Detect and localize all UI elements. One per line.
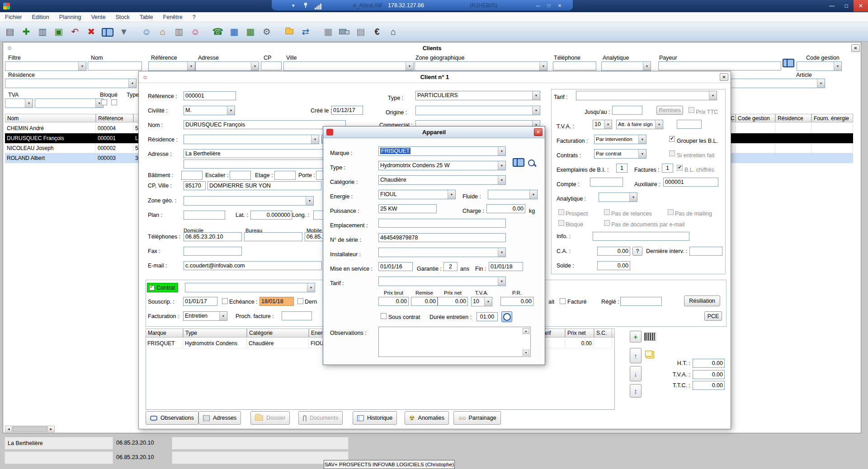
resiliation-button[interactable]: Résiliation	[684, 295, 720, 306]
contrats-select[interactable]: Par contrat	[594, 149, 646, 159]
charge-input[interactable]: 0.00	[486, 204, 525, 213]
adresse-input-2[interactable]	[184, 159, 346, 169]
echeance-checkbox[interactable]	[297, 298, 303, 304]
souscrip-checkbox[interactable]	[222, 298, 228, 304]
civilite-select[interactable]: M.	[184, 106, 235, 115]
mise-service-input[interactable]: 01/01/16	[378, 262, 413, 271]
factures-input[interactable]: 1	[662, 164, 673, 173]
appl-cell-marque[interactable]: FRISQUET	[146, 338, 183, 348]
undo-icon[interactable]: ↶	[67, 24, 83, 39]
bl-chiffres-checkbox[interactable]	[677, 165, 683, 171]
ville-input[interactable]: DOMPIERRE SUR YON	[208, 181, 321, 190]
menu-planning[interactable]: Planning	[54, 14, 86, 20]
att-sign-select[interactable]: Att. à faire sign	[616, 120, 663, 129]
derniere-interv-input[interactable]	[689, 247, 722, 256]
chevron-down-icon[interactable]	[292, 2, 295, 9]
filter-zone-select[interactable]	[415, 61, 547, 71]
tva-rate-select[interactable]: 10	[471, 297, 492, 306]
pce-button[interactable]: PCE	[704, 311, 722, 321]
cell-nom[interactable]: DURUSQUEC François	[5, 133, 96, 143]
col-header-residence[interactable]: Résidence	[775, 114, 811, 122]
copy-icon[interactable]	[645, 351, 652, 356]
residence-select[interactable]	[184, 135, 319, 144]
maximize-button[interactable]: □	[839, 0, 854, 12]
scroll-left-icon[interactable]	[5, 426, 12, 432]
appl-col-categorie[interactable]: Catégorie	[247, 328, 309, 338]
duree-input[interactable]: 01:00	[476, 312, 498, 321]
remises-button[interactable]: Remises	[656, 106, 683, 115]
energie-select[interactable]: FIOUL	[378, 190, 456, 199]
menu-edition[interactable]: Edition	[27, 14, 54, 20]
prix-net-input[interactable]: 0.00	[438, 297, 468, 306]
auxiliaire-input[interactable]: 000001	[663, 178, 718, 187]
table-icon[interactable]: ▦	[242, 24, 259, 39]
type-magnifier-icon[interactable]	[528, 159, 537, 168]
menu-fenetre[interactable]: Fenêtre	[158, 14, 188, 20]
save-icon[interactable]: ▣	[51, 24, 67, 39]
col-header-code-gestion[interactable]: Code gestion	[736, 114, 775, 122]
clients-horizontal-scrollbar[interactable]	[5, 426, 55, 432]
filter-adresse-select[interactable]	[195, 61, 259, 71]
person-icon[interactable]: ☺	[187, 24, 203, 39]
type-select[interactable]: PARTICULIERS	[415, 91, 540, 100]
categorie-select[interactable]: Chaudière	[378, 175, 506, 185]
preview-icon[interactable]: ▥	[34, 24, 51, 39]
reference-input[interactable]: 000001	[184, 91, 236, 100]
si-entretien-checkbox[interactable]	[669, 150, 675, 156]
prix-brut-input[interactable]: 0.00	[378, 297, 409, 306]
scroll-down-icon[interactable]	[523, 350, 529, 356]
cell-fourn[interactable]	[811, 123, 853, 133]
nom-input[interactable]: DURUSQUEC François	[184, 120, 346, 129]
grouper-bl-checkbox[interactable]	[669, 136, 675, 142]
pas-docs-checkbox[interactable]	[604, 220, 610, 226]
cards-icon[interactable]: ▥	[171, 24, 187, 39]
tarif-select[interactable]	[576, 91, 717, 100]
col-header-nom[interactable]: Nom	[5, 114, 96, 122]
filter-code-gestion-select[interactable]	[797, 61, 842, 71]
puissance-input[interactable]: 25 KW	[378, 204, 437, 213]
phone-icon[interactable]: ☎	[210, 24, 226, 39]
contrat-facturation-select[interactable]: Entretien	[183, 311, 227, 321]
planning-icon[interactable]: ▦	[226, 24, 242, 39]
prospect-checkbox[interactable]	[558, 209, 564, 215]
contrat-chip[interactable]: Contrat	[147, 283, 178, 292]
col-header-reference[interactable]: Référence	[96, 114, 133, 122]
proch-facture-input[interactable]	[282, 311, 312, 320]
ca-input[interactable]: 0.00	[597, 247, 630, 256]
num-serie-input[interactable]: 464549879878	[378, 233, 506, 242]
appl-col-marque[interactable]: Marque	[146, 328, 183, 338]
scroll-up-icon[interactable]	[523, 328, 529, 334]
cree-le-input[interactable]: 01/12/17	[331, 106, 363, 115]
batiment-input[interactable]	[181, 171, 203, 180]
prix-ttc-checkbox[interactable]	[689, 107, 694, 113]
search-binoculars-icon[interactable]	[99, 24, 116, 39]
menu-vente[interactable]: Vente	[86, 14, 110, 20]
contrat-select[interactable]	[185, 283, 315, 292]
client-home-icon[interactable]: ⌂	[155, 24, 171, 39]
minimize-button[interactable]: —	[825, 0, 839, 12]
cell-reference[interactable]: 000001	[96, 133, 133, 143]
euro-icon[interactable]: €	[369, 24, 385, 39]
cell-reference[interactable]: 000003	[96, 153, 133, 163]
emplacement-input[interactable]	[378, 219, 506, 228]
filter-reference-select[interactable]	[148, 61, 195, 71]
tab-observations[interactable]: Observations	[146, 411, 198, 425]
echeance-input[interactable]: 18/01/18	[259, 297, 294, 306]
fin-input[interactable]: 01/01/18	[489, 262, 523, 271]
sous-contrat-checkbox[interactable]	[381, 313, 387, 319]
installateur-select[interactable]	[378, 248, 506, 257]
client-close-button[interactable]: ✕	[720, 73, 728, 81]
tva-select[interactable]: 10	[593, 120, 612, 129]
plan-input[interactable]	[184, 211, 225, 220]
cp-input[interactable]: 85170	[184, 181, 206, 190]
jusquau-input[interactable]	[612, 106, 642, 115]
cell-code-gestion[interactable]	[736, 143, 775, 153]
tab-anomalies[interactable]: Anomalies	[405, 411, 449, 425]
adresse-input-1[interactable]: La Berthelière	[184, 149, 346, 158]
sort-button[interactable]: ↕	[630, 384, 642, 398]
cell-nom[interactable]: CHEMIN André	[5, 123, 96, 133]
appl-col-prix-net[interactable]: Prix net	[565, 328, 594, 338]
appl-col-sc[interactable]: S.C.	[594, 328, 612, 338]
home-icon[interactable]: ⌂	[385, 24, 401, 39]
payeur-search-icon[interactable]	[783, 59, 794, 66]
